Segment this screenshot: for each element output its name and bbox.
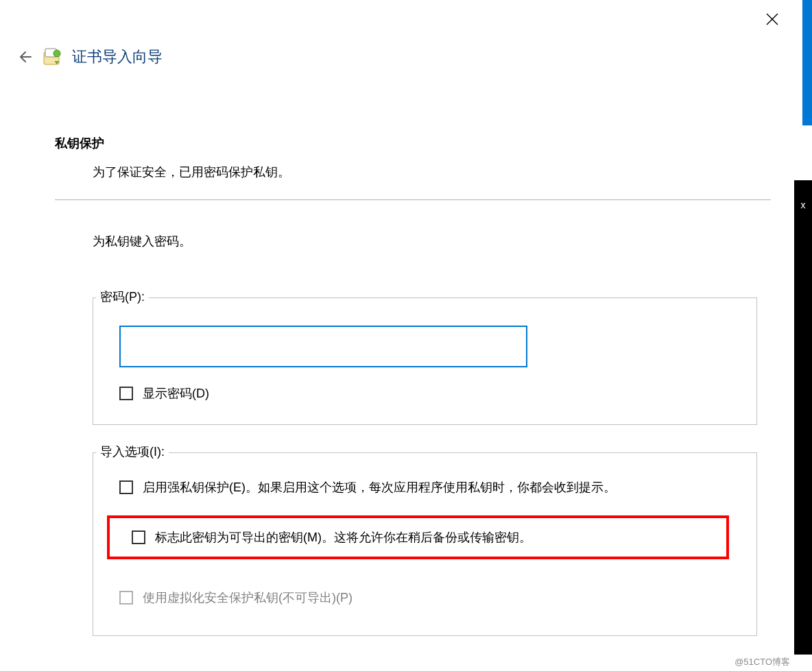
exportable-checkbox[interactable] xyxy=(132,530,145,544)
password-input[interactable] xyxy=(119,326,527,367)
back-button[interactable] xyxy=(16,49,32,65)
password-legend: 密码(P): xyxy=(96,289,149,305)
arrow-left-icon xyxy=(16,49,32,65)
show-password-label: 显示密码(D) xyxy=(143,384,209,404)
exportable-highlight: 标志此密钥为可导出的密钥(M)。这将允许你在稍后备份或传输密钥。 xyxy=(107,515,729,560)
virtualized-checkbox xyxy=(119,591,133,605)
show-password-checkbox[interactable] xyxy=(119,387,133,400)
import-options-legend: 导入选项(I): xyxy=(96,443,169,460)
virtualized-label: 使用虚拟化安全保护私钥(不可导出)(P) xyxy=(143,588,353,608)
watermark: @51CTO博客 xyxy=(735,656,790,668)
section-title: 私钥保护 xyxy=(55,135,771,151)
right-accent-strip xyxy=(802,0,812,125)
wizard-title: 证书导入向导 xyxy=(72,47,163,67)
import-options-fieldset: 导入选项(I): 启用强私钥保护(E)。如果启用这个选项，每次应用程序使用私钥时… xyxy=(93,452,757,636)
virtualized-row: 使用虚拟化安全保护私钥(不可导出)(P) xyxy=(119,588,743,608)
strong-protection-row: 启用强私钥保护(E)。如果启用这个选项，每次应用程序使用私钥时，你都会收到提示。 xyxy=(119,478,743,498)
show-password-row: 显示密码(D) xyxy=(119,384,743,404)
password-fieldset: 密码(P): 显示密码(D) xyxy=(93,297,757,425)
wizard-content: 私钥保护 为了保证安全，已用密码保护私钥。 为私钥键入密码。 密码(P): 显示… xyxy=(55,135,771,663)
side-x-label: x xyxy=(801,199,806,210)
close-icon xyxy=(765,12,779,26)
instruction-text: 为私钥键入密码。 xyxy=(93,233,771,249)
exportable-label: 标志此密钥为可导出的密钥(M)。这将允许你在稍后备份或传输密钥。 xyxy=(155,528,532,548)
section-subtitle: 为了保证安全，已用密码保护私钥。 xyxy=(93,164,771,180)
exportable-row: 标志此密钥为可导出的密钥(M)。这将允许你在稍后备份或传输密钥。 xyxy=(132,528,699,548)
strong-protection-checkbox[interactable] xyxy=(119,480,133,494)
right-dark-strip: x xyxy=(794,180,812,655)
wizard-header: 证书导入向导 xyxy=(16,47,163,67)
svg-point-4 xyxy=(53,50,60,57)
divider xyxy=(55,199,771,200)
certificate-wizard-icon xyxy=(42,47,62,67)
strong-protection-label: 启用强私钥保护(E)。如果启用这个选项，每次应用程序使用私钥时，你都会收到提示。 xyxy=(143,478,616,498)
close-button[interactable] xyxy=(761,8,783,30)
